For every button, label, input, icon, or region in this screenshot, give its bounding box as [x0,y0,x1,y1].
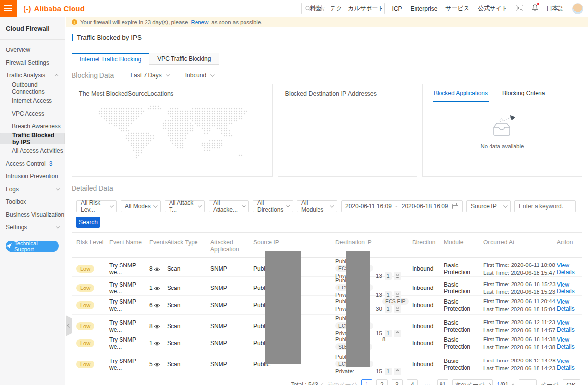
nav-official-site[interactable]: 公式サイト [478,4,508,13]
nav-icp[interactable]: ICP [392,5,402,12]
view-details-link[interactable]: View Details [557,319,575,333]
warning-icon: ! [72,19,77,25]
eye-icon[interactable] [154,341,160,346]
sidebar-collapse-handle[interactable] [66,315,72,336]
direction-dropdown[interactable]: Inbound [185,72,213,79]
console-icon[interactable] [516,5,523,13]
chevron-down-icon [153,203,157,207]
filter-card: All Risk Lev... All Modes All Attack T..… [72,196,582,233]
sidebar-item-firewall-settings[interactable]: Firewall Settings [0,56,65,69]
paper-plane-icon [6,243,12,249]
search-button[interactable]: Search [76,217,100,228]
date-range-picker[interactable]: 2020-06-11 16:09 - 2020-06-18 16:09 [341,200,463,212]
sidebar-item-traffic-analysis[interactable]: Traffic Analysis [0,69,65,82]
avatar[interactable] [572,3,583,14]
event-name: Try SNMP we... [109,319,149,333]
eye-icon[interactable] [154,267,160,272]
sidebar-item-settings[interactable]: Settings [0,221,65,234]
risk-badge: Low [76,301,94,309]
module-filter[interactable]: All Modules [297,200,337,212]
traffic-tabs: Internet Traffic Blocking VPC Traffic Bl… [72,53,582,65]
sidebar-item-vpc-access[interactable]: VPC Access [0,107,65,120]
nav-enterprise[interactable]: Enterprise [411,5,438,12]
sidebar-item-all-access-activities[interactable]: All Access Activities [0,144,65,157]
world-map [94,105,250,160]
sidebar-item-business-visualization[interactable]: Business Visualization [0,208,65,221]
date-to[interactable]: 2020-06-18 16:09 [402,203,448,210]
page-title: Traffic Blocked by IPS [77,34,142,41]
view-details-link[interactable]: View Details [557,262,575,276]
chevron-down-icon [56,224,60,228]
sidebar-item-breach-awareness[interactable]: Breach Awareness [0,120,65,133]
page-1[interactable]: 1 [361,379,372,385]
sidebar-title: Cloud Firewall [0,17,65,40]
sidebar-item-toolbox[interactable]: Toolbox [0,195,65,208]
access-control-count: 3 [49,160,53,167]
chevron-down-icon [56,186,60,190]
tab-vpc-traffic-blocking[interactable]: VPC Traffic Blocking [149,53,219,65]
total-count: Total : 543 [291,381,318,385]
prev-page-button[interactable]: 前のページ [322,381,357,385]
date-from[interactable]: 2020-06-11 16:09 [345,203,392,210]
expiry-warning-banner: ! Your firewall will expire in 23 day(s)… [66,17,588,27]
sidebar-item-access-control[interactable]: Access Control3 [0,157,65,170]
risk-level-filter[interactable]: All Risk Lev... [76,200,117,212]
empty-text: No data available [423,144,582,149]
attacked-app-filter[interactable]: All Attacke... [209,200,249,212]
pagination: Total : 543 前のページ 1 2 3 4 ··· 91 次のページ 1… [72,379,580,385]
eye-icon[interactable] [154,362,160,367]
tab-blocking-criteria[interactable]: Blocking Criteria [501,85,546,101]
hamburger-menu-icon[interactable] [0,0,17,17]
blocked-source-locations-panel: The Most BlockedSourceLocations [72,84,273,177]
keyword-input[interactable] [514,200,576,212]
sidebar-item-overview[interactable]: Overview [0,44,65,56]
chevron-up-icon[interactable] [511,383,515,385]
page-jump-ok-button[interactable]: OK [563,379,580,385]
page-jump-input[interactable] [519,379,537,385]
sidebar-item-logs[interactable]: Logs [0,183,65,195]
eye-icon[interactable] [154,303,160,308]
main-content: ! Your firewall will expire in 23 day(s)… [66,17,588,385]
nav-services[interactable]: サービス [445,4,469,13]
nav-technical-support[interactable]: テクニカルサポート [330,4,384,13]
view-details-link[interactable]: View Details [557,337,575,350]
direction-filter[interactable]: All Directions [253,200,293,212]
next-page-button[interactable]: 次のページ [452,379,493,385]
sidebar-item-outbound-connections[interactable]: Outbound Connections [0,82,65,95]
tab-blocked-applications[interactable]: Blocked Applications [433,85,489,102]
language-selector[interactable]: 日本語 [546,4,564,13]
attack-type-filter[interactable]: All Attack T... [165,200,205,212]
risk-badge: Low [76,361,94,368]
risk-badge: Low [76,339,94,347]
view-details-link[interactable]: View Details [557,358,575,371]
page-91[interactable]: 91 [437,379,448,385]
redaction-overlay-destination-ip [346,251,370,367]
table-row: Low Try SNMP we... 1 Scan SNMP Public: P… [72,277,582,296]
sidebar-item-traffic-blocked-by-ips[interactable]: Traffic Blocked by IPS [0,133,65,144]
mode-filter[interactable]: All Modes [121,200,161,212]
page-3[interactable]: 3 [392,379,403,385]
bell-icon[interactable] [532,4,538,13]
page-4[interactable]: 4 [407,379,418,385]
sidebar-item-intrusion-prevention[interactable]: Intrusion Prevention [0,170,65,183]
alibaba-cloud-logo[interactable]: (-) Alibaba Cloud [24,4,85,13]
tab-internet-traffic-blocking[interactable]: Internet Traffic Blocking [72,53,149,65]
sidebar-item-internet-access[interactable]: Internet Access [0,95,65,107]
topbar: (-) Alibaba Cloud 検索 料金 テクニカルサポート ICP En… [0,0,588,17]
risk-badge: Low [76,265,94,273]
page-2[interactable]: 2 [376,379,388,385]
view-details-link[interactable]: View Details [557,281,575,295]
blocking-data-heading: Blocking Data [72,72,114,79]
view-details-link[interactable]: View Details [557,298,575,312]
eye-icon[interactable] [154,286,160,291]
renew-link[interactable]: Renew [191,19,208,25]
event-name: Try SNMP we... [109,337,149,350]
keyword-field-select[interactable]: Source IP [466,200,511,212]
time-range-dropdown[interactable]: Last 7 Days [130,72,168,79]
chevron-down-icon [110,204,114,208]
technical-support-button[interactable]: Technical Support [6,241,59,252]
eye-icon[interactable] [154,324,160,329]
nav-pricing[interactable]: 料金 [310,4,321,13]
table-row: Low Try SNMP we... 8 Scan SNMP Public: P… [72,315,582,334]
chevron-down-icon [166,72,170,76]
